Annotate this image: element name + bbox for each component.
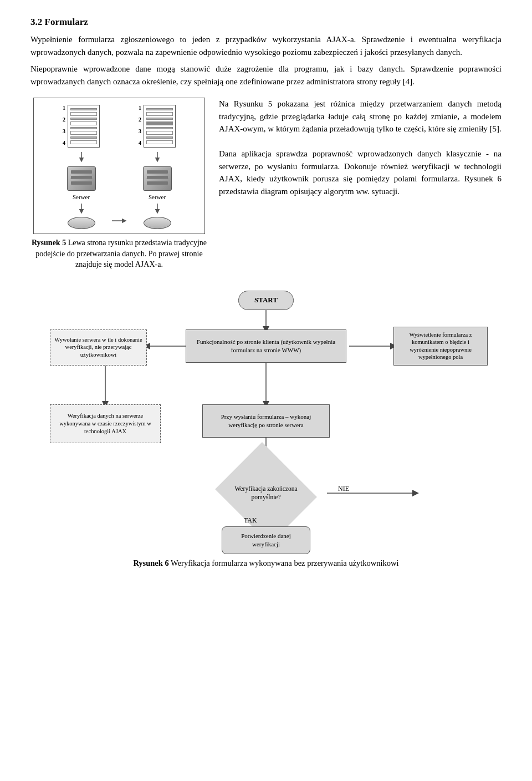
section-title: 3.2 Formularz (30, 17, 502, 28)
num-2: 2 (63, 116, 65, 123)
fig5-right-paragraph: Na Rysunku 5 pokazana jest różnica międz… (219, 98, 502, 135)
fc-node6-label: Weryfikacja zakończona pomyślnie? (234, 485, 297, 500)
server-box-right (143, 166, 172, 191)
arrow-right-icon (111, 212, 127, 229)
form-left (68, 105, 100, 148)
figure-6-caption: Rysunek 6 Weryfikacja formularza wykonyw… (133, 559, 398, 568)
nie-label: NIE (338, 485, 349, 493)
server-diagrams: 1 2 3 4 (33, 98, 205, 234)
fc-node5-label: Przy wysłaniu formularza – wykonaj weryf… (207, 413, 325, 429)
flowchart: START Funkcjonalność po stronie klienta … (39, 282, 493, 554)
figure-5-right-text: Na Rysunku 5 pokazana jest różnica międz… (219, 98, 502, 270)
fig5-right-paragraph2: Dana aplikacja sprawdza poprawność wprow… (219, 148, 502, 197)
num-1: 1 (63, 105, 65, 111)
figure-5-left: 1 2 3 4 (30, 98, 208, 270)
form-line-4r (146, 136, 173, 139)
form-field-4r (146, 140, 173, 144)
fig6-caption-label: Rysunek 6 (133, 559, 168, 567)
num-4r: 4 (139, 140, 141, 146)
form-line-1 (70, 108, 97, 110)
num-4: 4 (63, 140, 65, 146)
form-field-3r (146, 131, 173, 135)
fc-node2-label: Wywołanie serwera w tle i dokonanie wery… (54, 336, 143, 359)
traditional-side: 1 2 3 4 (63, 105, 100, 229)
fc-start: START (238, 291, 294, 310)
fc-node9: Potwierdzenie danej weryfikacji (222, 526, 310, 554)
fc-node1: Funkcjonalność po stronie klienta (użytk… (186, 329, 346, 363)
form-field-2r (146, 121, 173, 125)
arrow-down-left (68, 152, 95, 162)
fc-node3-label: Weryfikacja danych na serwerze wykonywan… (54, 412, 157, 435)
fig5-caption-label: Rysunek 5 (32, 239, 66, 247)
num-2r: 2 (139, 116, 141, 123)
form-line-1r (146, 108, 173, 110)
server-box-left (67, 166, 96, 191)
num-1r: 1 (139, 105, 141, 111)
arrow-down-right-2 (144, 204, 171, 214)
ajax-side: 1 2 3 4 (139, 105, 176, 229)
num-3r: 3 (139, 128, 141, 134)
arrow-between (110, 212, 129, 229)
form-field-3 (70, 131, 97, 135)
form-field-1 (70, 112, 97, 116)
paragraph-2: Niepoprawnie wprowadzone dane mogą stano… (30, 63, 502, 88)
arrow-down-left-2 (68, 204, 95, 214)
form-field-1r (146, 112, 173, 116)
fc-node1-label: Funkcjonalność po stronie klienta (użytk… (191, 338, 341, 354)
form-line-3r (146, 127, 173, 129)
fc-node2: Wywołanie serwera w tle i dokonanie wery… (50, 329, 147, 366)
form-line-2r (146, 118, 173, 120)
tak-label: TAK (244, 516, 257, 525)
form-line-2 (70, 118, 97, 120)
fc-node4-label: Wyświetlenie formularza z komunikatem o … (397, 331, 484, 362)
form-field-4 (70, 140, 97, 144)
num-3: 3 (63, 128, 65, 134)
fc-node6-text: Weryfikacja zakończona pomyślnie? (227, 485, 305, 501)
form-line-3 (70, 127, 97, 129)
fig6-caption-text: Weryfikacja formularza wykonywana bez pr… (171, 559, 399, 567)
fc-node4: Wyświetlenie formularza z komunikatem o … (393, 327, 488, 366)
fc-node3: Weryfikacja danych na serwerze wykonywan… (50, 404, 161, 443)
disk-right (144, 217, 171, 229)
paragraph-1: Wypełnienie formularza zgłoszeniowego to… (30, 33, 502, 58)
figure-5-caption: Rysunek 5 Lewa strona rysunku przedstawi… (30, 237, 208, 270)
fc-node9-label: Potwierdzenie danej weryfikacji (227, 532, 305, 548)
fc-start-label: START (254, 296, 278, 305)
disk-left (68, 217, 95, 229)
form-line-4 (70, 136, 97, 139)
server-label-left: Serwer (73, 194, 90, 200)
arrow-down-right (144, 152, 171, 162)
two-col-section: 1 2 3 4 (30, 98, 502, 270)
server-label-right: Serwer (149, 194, 166, 200)
fc-node5: Przy wysłaniu formularza – wykonaj weryf… (202, 404, 330, 438)
form-field-2 (70, 121, 97, 125)
form-right (144, 105, 176, 148)
figure-6-container: START Funkcjonalność po stronie klienta … (30, 282, 502, 568)
